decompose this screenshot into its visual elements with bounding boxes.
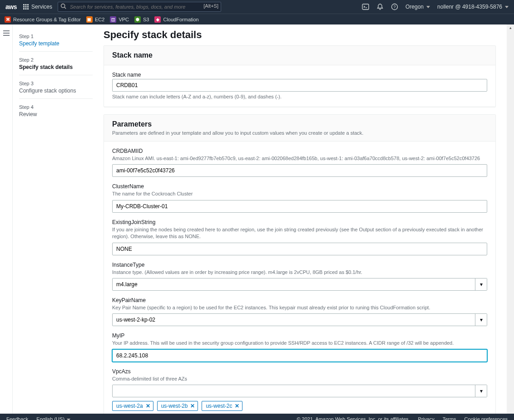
svg-point-9 xyxy=(61,4,65,8)
svg-text:?: ? xyxy=(394,5,396,9)
side-panel-toggle[interactable] xyxy=(3,30,10,414)
svg-rect-0 xyxy=(23,4,25,5)
services-label: Services xyxy=(31,4,52,10)
vpcazs-chips: us-west-2a✕ us-west-2b✕ us-west-2c✕ xyxy=(112,401,487,411)
vpc-icon: ◫ xyxy=(110,16,116,23)
panel-stack-name: Stack name Stack name Stack name can inc… xyxy=(104,45,496,107)
svg-rect-11 xyxy=(362,4,369,10)
param-joinstring-desc: If you are joining the nodes being creat… xyxy=(112,226,487,240)
footer: Feedback English (US) © 2021, Amazon Web… xyxy=(0,414,514,420)
param-instancetype-label: InstanceType xyxy=(112,262,487,268)
svg-rect-8 xyxy=(27,8,29,10)
help-icon[interactable]: ? xyxy=(391,3,398,10)
param-keypair-desc: Key Pair Name (specific to a region) to … xyxy=(112,304,487,311)
panel-heading: Parameters xyxy=(112,120,487,128)
cloudformation-icon: ◈ xyxy=(154,16,161,23)
chip-remove-icon[interactable]: ✕ xyxy=(190,403,195,409)
param-clustername-input[interactable] xyxy=(112,200,487,213)
main-content: Specify stack details Stack name Stack n… xyxy=(99,24,514,414)
param-vpcazs-select[interactable] xyxy=(112,385,487,397)
ec2-icon: ▣ xyxy=(86,16,93,23)
privacy-link[interactable]: Privacy xyxy=(418,416,435,420)
fav-resource-groups[interactable]: ⌘Resource Groups & Tag Editor xyxy=(4,16,82,23)
param-amiid-input[interactable] xyxy=(112,164,487,177)
stack-name-input[interactable] xyxy=(112,79,487,92)
fav-cloudformation[interactable]: ◈CloudFormation xyxy=(153,16,199,23)
chip-us-west-2a: us-west-2a✕ xyxy=(112,401,153,411)
chip-us-west-2b: us-west-2b✕ xyxy=(157,401,198,411)
chip-remove-icon[interactable]: ✕ xyxy=(146,403,150,409)
param-clustername-label: ClusterName xyxy=(112,183,487,190)
account-menu[interactable]: nollenr @ 4918-4359-5876 xyxy=(437,4,509,10)
aws-logo[interactable]: aws xyxy=(5,3,17,10)
stack-name-help: Stack name can include letters (A-Z and … xyxy=(112,94,487,99)
top-nav: aws Services [Alt+S] ? Oregon nollenr @ … xyxy=(0,0,514,14)
svg-rect-2 xyxy=(27,4,29,5)
panel-heading: Stack name xyxy=(112,51,487,59)
svg-rect-4 xyxy=(25,6,26,8)
param-keypair-select[interactable] xyxy=(112,313,487,326)
chip-us-west-2c: us-west-2c✕ xyxy=(202,401,242,411)
cookies-link[interactable]: Cookie preferences xyxy=(465,416,508,420)
svg-rect-7 xyxy=(25,8,26,10)
language-selector[interactable]: English (US) xyxy=(36,416,70,420)
step-2[interactable]: Step 2 Specify stack details xyxy=(19,54,93,75)
param-joinstring-input[interactable] xyxy=(112,243,487,255)
copyright: © 2021, Amazon Web Services, Inc. or its… xyxy=(297,416,410,420)
feedback-link[interactable]: Feedback xyxy=(6,416,28,420)
page-title: Specify stack details xyxy=(104,29,496,41)
fav-ec2[interactable]: ▣EC2 xyxy=(85,16,105,23)
param-vpcazs-desc: Comma-delimited list of three AZs xyxy=(112,376,487,382)
panel-desc: Parameters are defined in your template … xyxy=(112,130,487,136)
param-keypair-label: KeyPairName xyxy=(112,297,487,303)
global-search[interactable]: [Alt+S] xyxy=(58,2,221,12)
panel-parameters: Parameters Parameters are defined in you… xyxy=(104,114,496,414)
cloudshell-icon[interactable] xyxy=(362,3,369,10)
search-shortcut: [Alt+S] xyxy=(203,3,218,9)
param-vpcazs-label: VpcAzs xyxy=(112,368,487,375)
param-myip-desc: Your IP address. This will be used in th… xyxy=(112,340,487,347)
fav-vpc[interactable]: ◫VPC xyxy=(109,16,130,23)
chevron-down-icon xyxy=(426,6,430,8)
tag-icon: ⌘ xyxy=(5,16,11,23)
step-4: Step 4 Review xyxy=(19,102,93,122)
scrollbar[interactable]: ▴ xyxy=(507,24,514,414)
search-input[interactable] xyxy=(58,2,221,12)
svg-line-10 xyxy=(64,7,66,9)
s3-icon: ⬢ xyxy=(134,16,141,23)
param-myip-label: MyIP xyxy=(112,332,487,339)
step-1[interactable]: Step 1 Specify template xyxy=(19,31,93,52)
svg-rect-3 xyxy=(23,6,25,8)
svg-rect-5 xyxy=(27,6,29,8)
param-amiid-desc: Amazon Linux AMI. us-east-1: ami-0ed9277… xyxy=(112,155,487,162)
param-clustername-desc: The name for the Cockroach Cluster xyxy=(112,190,487,197)
favorites-bar: ⌘Resource Groups & Tag Editor ▣EC2 ◫VPC … xyxy=(0,14,514,24)
chevron-down-icon xyxy=(505,6,509,8)
wizard-steps: Step 1 Specify template Step 2 Specify s… xyxy=(13,24,99,414)
search-icon xyxy=(60,3,66,10)
param-instancetype-desc: Instance type. (Allowed values are in or… xyxy=(112,269,487,276)
param-myip-input[interactable] xyxy=(112,349,487,362)
param-joinstring-label: ExistingJoinString xyxy=(112,219,487,225)
scroll-up-icon[interactable]: ▴ xyxy=(507,24,514,31)
terms-link[interactable]: Terms xyxy=(443,416,456,420)
services-menu[interactable]: Services xyxy=(23,4,52,10)
step-3: Step 3 Configure stack options xyxy=(19,78,93,99)
region-selector[interactable]: Oregon xyxy=(405,4,430,10)
stack-name-label: Stack name xyxy=(112,72,487,78)
param-instancetype-select[interactable] xyxy=(112,278,487,291)
svg-rect-6 xyxy=(23,8,25,10)
fav-s3[interactable]: ⬢S3 xyxy=(133,16,150,23)
svg-rect-1 xyxy=(25,4,26,5)
notifications-icon[interactable] xyxy=(376,3,384,10)
param-amiid-label: CRDBAMIID xyxy=(112,148,487,154)
services-grid-icon xyxy=(23,4,29,10)
chip-remove-icon[interactable]: ✕ xyxy=(235,403,239,409)
